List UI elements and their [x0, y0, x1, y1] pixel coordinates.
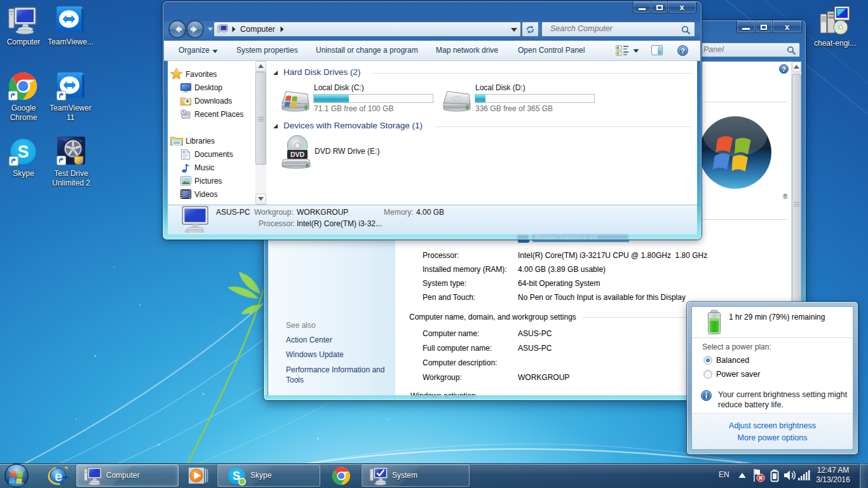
svg-text:DVD: DVD	[290, 151, 305, 158]
svg-text:e: e	[55, 468, 62, 484]
svg-text:?: ?	[681, 47, 685, 55]
svg-text:®: ®	[783, 193, 788, 200]
svg-text:?: ?	[782, 65, 785, 73]
svg-text:S: S	[17, 142, 29, 161]
